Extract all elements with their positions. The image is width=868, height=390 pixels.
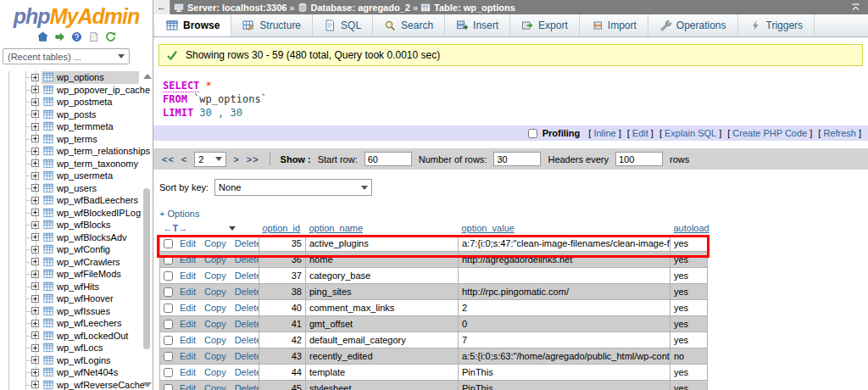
profiling-checkbox[interactable]: [528, 129, 537, 138]
expand-plus-icon[interactable]: [31, 98, 39, 106]
row-checkbox[interactable]: [164, 320, 173, 329]
sidebar-item-wp_wfLeechers[interactable]: wp_wfLeechers: [0, 317, 153, 330]
expand-plus-icon[interactable]: [31, 197, 39, 204]
sidebar-item-wp_popover_ip_cache[interactable]: wp_popover_ip_cache: [0, 84, 153, 97]
collapse-navigation-button[interactable]: ←: [153, 0, 170, 14]
expand-plus-icon[interactable]: [31, 86, 39, 93]
delete-link[interactable]: Delete: [235, 238, 259, 248]
expand-plus-icon[interactable]: [31, 381, 39, 388]
edit-link[interactable]: Edit: [180, 238, 196, 248]
expand-plus-icon[interactable]: [31, 184, 39, 192]
expand-plus-icon[interactable]: [31, 74, 39, 81]
column-header-autoload[interactable]: autoload: [674, 223, 709, 233]
sidebar-item-wp_postmeta[interactable]: wp_postmeta: [0, 96, 153, 109]
tab-structure[interactable]: Structure: [231, 14, 313, 36]
row-marker-header[interactable]: ←T→: [164, 223, 188, 233]
expand-plus-icon[interactable]: [31, 307, 39, 315]
row-checkbox[interactable]: [164, 368, 173, 377]
help-icon[interactable]: [71, 31, 82, 42]
copy-link[interactable]: Copy: [204, 270, 226, 281]
delete-link[interactable]: Delete: [235, 270, 259, 281]
row-checkbox[interactable]: [164, 255, 173, 265]
sidebar-item-wp_wfNet404s[interactable]: wp_wfNet404s: [0, 366, 153, 379]
profiling-link[interactable]: Explain SQL: [662, 128, 719, 138]
prev-page-link[interactable]: <: [181, 154, 187, 164]
delete-link[interactable]: Delete: [235, 383, 259, 390]
column-header-option-value[interactable]: option_value: [462, 223, 515, 233]
sidebar-item-wp_term_taxonomy[interactable]: wp_term_taxonomy: [0, 158, 153, 170]
copy-link[interactable]: Copy: [204, 383, 226, 390]
expand-plus-icon[interactable]: [31, 246, 39, 254]
sidebar-item-wp_wfReverseCache[interactable]: wp_wfReverseCache: [0, 379, 153, 390]
sidebar-item-wp_options[interactable]: wp_options: [0, 71, 153, 84]
options-toggle-link[interactable]: + Options: [159, 209, 868, 219]
expand-plus-icon[interactable]: [31, 209, 39, 216]
row-checkbox[interactable]: [164, 287, 173, 297]
delete-link[interactable]: Delete: [235, 303, 259, 313]
tab-import[interactable]: Import: [580, 14, 648, 36]
expand-plus-icon[interactable]: [31, 110, 39, 118]
logout-icon[interactable]: [54, 31, 65, 42]
tab-triggers[interactable]: Triggers: [738, 14, 815, 36]
copy-link[interactable]: Copy: [204, 319, 226, 329]
delete-link[interactable]: Delete: [235, 351, 259, 361]
home-icon[interactable]: [37, 31, 48, 42]
sidebar-item-wp_wfConfig[interactable]: wp_wfConfig: [0, 243, 153, 256]
delete-link[interactable]: Delete: [235, 287, 259, 297]
sidebar-item-wp_users[interactable]: wp_users: [0, 182, 153, 195]
start-row-input[interactable]: [364, 152, 412, 166]
edit-link[interactable]: Edit: [180, 383, 196, 390]
row-checkbox[interactable]: [164, 384, 173, 390]
refresh-icon[interactable]: [105, 31, 116, 42]
copy-link[interactable]: Copy: [204, 238, 226, 248]
edit-link[interactable]: Edit: [180, 319, 196, 329]
expand-plus-icon[interactable]: [31, 356, 39, 364]
sidebar-item-wp_posts[interactable]: wp_posts: [0, 109, 153, 121]
tab-operations[interactable]: Operations: [648, 14, 738, 36]
edit-link[interactable]: Edit: [180, 287, 196, 297]
sidebar-item-wp_wfBlocksAdv[interactable]: wp_wfBlocksAdv: [0, 231, 153, 244]
expand-plus-icon[interactable]: [31, 258, 39, 265]
edit-link[interactable]: Edit: [180, 335, 196, 345]
sort-key-select[interactable]: None: [214, 179, 372, 196]
headers-every-input[interactable]: [615, 152, 663, 166]
expand-plus-icon[interactable]: [31, 369, 39, 376]
sidebar-item-wp_wfBlocks[interactable]: wp_wfBlocks: [0, 219, 153, 231]
expand-plus-icon[interactable]: [31, 320, 39, 327]
profiling-link[interactable]: Inline: [591, 128, 618, 138]
sidebar-item-wp_usermeta[interactable]: wp_usermeta: [0, 170, 153, 182]
minimize-panel-icon[interactable]: [850, 3, 861, 13]
delete-link[interactable]: Delete: [235, 367, 259, 377]
copy-link[interactable]: Copy: [204, 287, 226, 297]
tab-search[interactable]: Search: [373, 14, 445, 36]
breadcrumb-item[interactable]: Server: localhost:3306: [174, 3, 287, 13]
copy-link[interactable]: Copy: [204, 254, 226, 265]
row-checkbox[interactable]: [164, 352, 173, 361]
breadcrumb-item[interactable]: Table: wp_options: [420, 3, 515, 13]
sidebar-item-wp_wfBadLeechers[interactable]: wp_wfBadLeechers: [0, 194, 153, 207]
next-page-link[interactable]: >: [233, 154, 239, 164]
sidebar-item-wp_wfIssues[interactable]: wp_wfIssues: [0, 305, 153, 318]
scroll-up-icon[interactable]: [143, 74, 152, 79]
profiling-link[interactable]: Create PHP Code: [730, 128, 810, 138]
edit-link[interactable]: Edit: [180, 367, 196, 377]
row-checkbox[interactable]: [164, 271, 173, 281]
delete-link[interactable]: Delete: [235, 335, 259, 345]
sort-descending-icon[interactable]: [229, 226, 236, 231]
recent-tables-dropdown[interactable]: (Recent tables) ...: [3, 48, 130, 64]
delete-link[interactable]: Delete: [235, 319, 259, 329]
expand-plus-icon[interactable]: [31, 148, 39, 155]
sidebar-item-wp_wfLogins[interactable]: wp_wfLogins: [0, 354, 153, 367]
profiling-link[interactable]: Refresh: [821, 128, 859, 138]
row-checkbox[interactable]: [164, 336, 173, 345]
expand-plus-icon[interactable]: [31, 172, 39, 180]
scroll-down-icon[interactable]: [143, 382, 152, 387]
expand-plus-icon[interactable]: [31, 270, 39, 278]
sidebar-item-wp_term_relationships[interactable]: wp_term_relationships: [0, 145, 153, 158]
sidebar-item-wp_wfHoover[interactable]: wp_wfHoover: [0, 292, 153, 305]
edit-link[interactable]: Edit: [180, 351, 196, 361]
page-select[interactable]: 2: [194, 152, 226, 167]
last-page-link[interactable]: >>: [247, 154, 259, 164]
row-checkbox[interactable]: [164, 304, 173, 313]
delete-link[interactable]: Delete: [235, 254, 259, 265]
